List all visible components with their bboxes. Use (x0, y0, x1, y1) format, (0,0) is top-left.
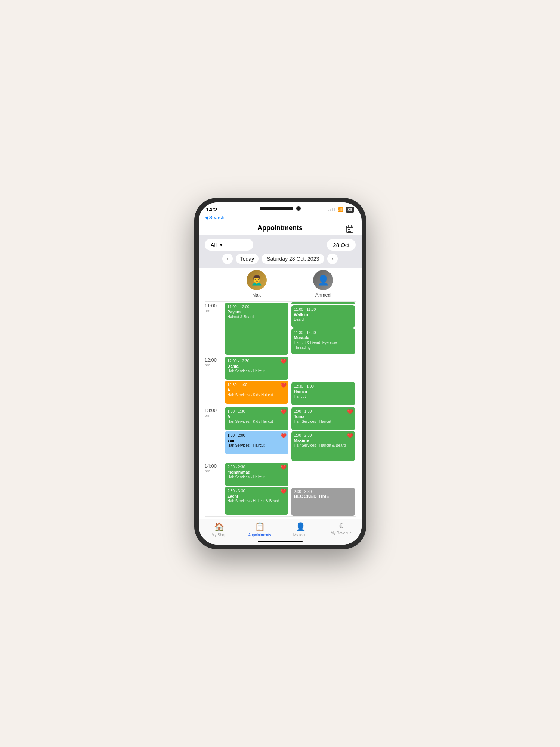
back-label[interactable]: Search (209, 215, 225, 220)
ahmed-col-14: 2:30 - 3:30 BLOCKED TIME (291, 462, 356, 516)
notch-pill (260, 207, 293, 210)
staff-filter-dropdown[interactable]: All ▾ (205, 239, 253, 251)
status-icons: 📶 86 (328, 207, 354, 213)
ahmed-col-13: ❤️ 1:00 - 1:30 Toma Hair Services - Hair… (291, 406, 356, 462)
filter-row: All ▾ 28 Oct (205, 239, 356, 251)
notch (260, 206, 301, 211)
today-button[interactable]: Today (236, 254, 259, 264)
staff-header-row: 👨‍🦱 Nak 👤 Ahmed (199, 268, 362, 300)
avatar-ahmed: 👤 (313, 270, 333, 290)
appt-sami[interactable]: ❤️ 1:30 - 2:00 sami Hair Services - Hair… (225, 431, 288, 454)
ampm-11: am (205, 309, 224, 313)
prev-date-button[interactable]: ‹ (222, 254, 233, 264)
date-nav-row: ‹ Today Saturday 28 Oct, 2023 › (205, 254, 356, 266)
ampm-13: pm (205, 413, 224, 418)
tab-my-revenue-label: My Revenue (331, 531, 352, 535)
appt-hamza[interactable]: 12:30 - 1:00 Hamza Haircut (291, 382, 355, 405)
tab-appointments-label: Appointments (248, 533, 271, 537)
appt-mohammad-service: Hair Services - Haircut (228, 475, 286, 480)
phone-frame: 14:2 📶 86 ◀ Search Appointments (194, 198, 366, 549)
ahmed-col-12: 12:30 - 1:00 Hamza Haircut (291, 356, 356, 406)
time-label-11: 11:00 am (205, 302, 224, 356)
appt-sami-name: sami (228, 438, 286, 443)
avatar-ahmed-image: 👤 (317, 275, 329, 286)
date-badge[interactable]: 28 Oct (327, 239, 355, 251)
appt-zachi-name: Zachi (228, 493, 286, 499)
filter-bar: All ▾ 28 Oct ‹ Today Saturday 28 Oct, 20… (199, 235, 362, 268)
hour-row-13: 13:00 pm ❤️ 1:00 - 1:30 Ali Hair Service… (205, 406, 356, 462)
tab-my-team[interactable]: 👤 My team (280, 522, 321, 537)
calendar-icon-button[interactable] (344, 223, 356, 235)
appt-blocked[interactable]: 2:30 - 3:30 BLOCKED TIME (291, 488, 355, 516)
wifi-icon: 📶 (337, 207, 343, 212)
hour-15: 15:00 (205, 518, 224, 519)
appt-danial-time: 12:00 - 12:30 (228, 359, 286, 363)
appt-hamza-service: Haircut (294, 394, 352, 399)
appt-maxime-service: Hair Services - Haircut & Beard (294, 443, 352, 448)
chevron-down-icon: ▾ (220, 241, 223, 248)
ampm-12: pm (205, 363, 224, 367)
ahmed-spacer-12 (291, 356, 355, 382)
appt-maxime-name: Maxime (294, 438, 352, 443)
nak-col-11: 11:00 - 12:00 Payam Haircut & Beard (224, 302, 289, 356)
ampm-14: pm (205, 469, 224, 473)
back-nav[interactable]: ◀ Search (199, 214, 362, 223)
appt-mohammad[interactable]: ❤️ 2:00 - 2:30 mohammad Hair Services - … (225, 463, 288, 486)
appt-payam[interactable]: 11:00 - 12:00 Payam Haircut & Beard (225, 303, 288, 355)
appt-mustafa[interactable]: 11:30 - 12:30 Mustafa Haircut & Beard, E… (291, 328, 355, 354)
schedule-area: 11:00 am 11:00 - 12:00 Payam Haircut & B… (199, 301, 362, 519)
appt-sami-service: Hair Services - Haircut (228, 443, 286, 448)
appt-hamza-time: 12:30 - 1:00 (294, 384, 352, 389)
appt-ali-13-name: Ali (228, 414, 286, 419)
nak-col-12: ❤️ 12:00 - 12:30 Danial Hair Services - … (224, 356, 289, 406)
my-revenue-icon: € (339, 522, 343, 530)
status-time: 14:2 (206, 206, 217, 213)
hour-12: 12:00 (205, 357, 224, 363)
hour-row-15: 15:00 (205, 516, 356, 519)
appt-walkin[interactable]: 11:00 - 11:30 Walk in Beard (291, 305, 355, 328)
appt-maxime[interactable]: ❤️ 1:30 - 2:30 Maxime Hair Services - Ha… (291, 431, 355, 461)
tab-appointments[interactable]: 📋 Appointments (239, 522, 280, 537)
appt-payam-service: Haircut & Beard (228, 314, 286, 319)
staff-col-ahmed: 👤 Ahmed (291, 268, 356, 300)
ahmed-col-15 (291, 517, 356, 519)
page-title-bar: Appointments (199, 223, 362, 235)
appt-danial[interactable]: ❤️ 12:00 - 12:30 Danial Hair Services - … (225, 357, 288, 380)
appt-zachi-service: Hair Services - Haircut & Beard (228, 499, 286, 503)
hour-row-11: 11:00 am 11:00 - 12:00 Payam Haircut & B… (205, 301, 356, 356)
appt-toma-service: Hair Services - Haircut (294, 419, 352, 424)
staff-col-nak: 👨‍🦱 Nak (224, 268, 289, 300)
appt-toma[interactable]: ❤️ 1:00 - 1:30 Toma Hair Services - Hair… (291, 407, 355, 430)
tab-my-revenue[interactable]: € My Revenue (321, 522, 362, 537)
staff-name-ahmed: Ahmed (315, 292, 331, 298)
signal-icon (328, 208, 335, 211)
appt-walkin-service: Beard (294, 317, 352, 322)
home-indicator (258, 541, 303, 542)
appt-ali-12-time: 12:30 - 1:00 (228, 382, 286, 387)
appt-payam-time: 11:00 - 12:00 (228, 304, 286, 309)
appt-walkin-name: Walk in (294, 312, 352, 317)
phone-screen: 14:2 📶 86 ◀ Search Appointments (199, 202, 362, 545)
staff-name-nak: Nak (252, 292, 261, 298)
back-arrow-icon: ◀ (205, 215, 208, 220)
appt-mohammad-time: 2:00 - 2:30 (228, 465, 286, 469)
appt-ali-12[interactable]: ❤️ 12:30 - 1:00 Ali Hair Services - Kids… (225, 381, 288, 404)
appt-sami-time: 1:30 - 2:00 (228, 433, 286, 438)
appt-hamza-name: Hamza (294, 389, 352, 394)
appt-toma-time: 1:00 - 1:30 (294, 409, 352, 414)
content-area: 👨‍🦱 Nak 👤 Ahmed 11:00 (199, 268, 362, 519)
blocked-time-label: 2:30 - 3:30 (294, 490, 352, 494)
appt-danial-name: Danial (228, 363, 286, 369)
hour-row-12: 12:00 pm ❤️ 12:00 - 12:30 Danial Hair Se… (205, 356, 356, 406)
tab-my-shop[interactable]: 🏠 My Shop (199, 522, 239, 537)
blocked-name: BLOCKED TIME (294, 494, 352, 499)
time-label-12: 12:00 pm (205, 356, 224, 406)
tab-my-team-label: My team (293, 533, 307, 537)
next-date-button[interactable]: › (327, 254, 338, 264)
appt-zachi[interactable]: ❤️ 2:30 - 3:30 Zachi Hair Services - Hai… (225, 487, 288, 515)
nak-col-14: ❤️ 2:00 - 2:30 mohammad Hair Services - … (224, 462, 289, 516)
ahmed-spacer-14 (291, 462, 355, 488)
appt-mustafa-time: 11:30 - 12:30 (294, 330, 352, 335)
appt-ali-13[interactable]: ❤️ 1:00 - 1:30 Ali Hair Services - Kids … (225, 407, 288, 430)
appt-mohammad-name: mohammad (228, 469, 286, 475)
